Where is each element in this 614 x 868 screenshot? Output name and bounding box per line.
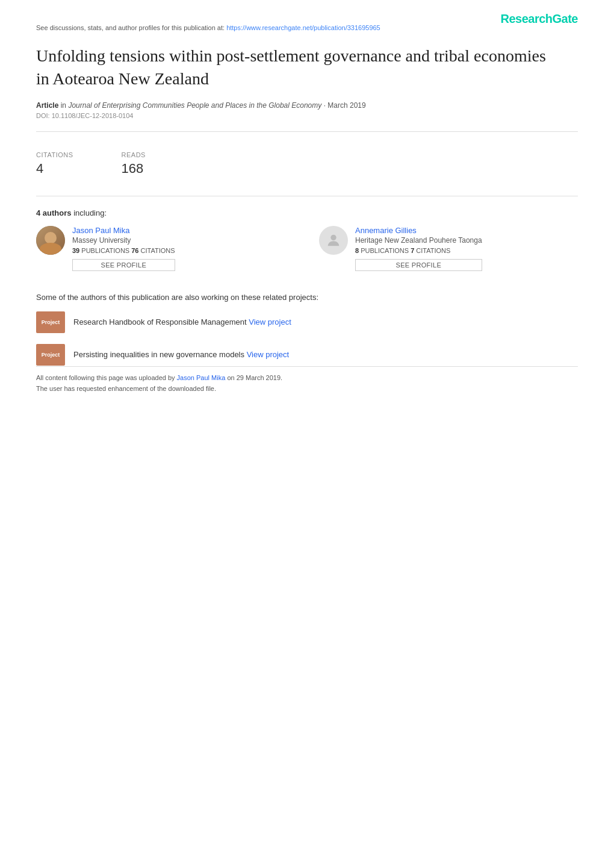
authors-divider (36, 196, 578, 196)
project-thumb-2: Project (36, 344, 65, 366)
citations-block: CITATIONS 4 (36, 151, 73, 176)
author-card-1: Jason Paul Mika Massey University 39 PUB… (36, 226, 295, 271)
doi: DOI: 10.1108/JEC-12-2018-0104 (36, 112, 578, 119)
see-profile-button-1[interactable]: SEE PROFILE (72, 259, 175, 271)
footer-uploader-link[interactable]: Jason Paul Mika (177, 374, 226, 381)
reads-block: READS 168 (122, 151, 146, 176)
person-icon (325, 232, 342, 249)
project-thumb-1: Project (36, 311, 65, 333)
see-profile-button-2[interactable]: SEE PROFILE (355, 259, 482, 271)
related-projects-heading: Some of the authors of this publication … (36, 293, 578, 302)
author-info-2: Annemarie Gillies Heritage New Zealand P… (355, 226, 482, 271)
top-note: See discussions, stats, and author profi… (36, 24, 578, 31)
svg-point-0 (330, 234, 336, 240)
citations-label: CITATIONS (36, 151, 73, 158)
reads-label: READS (122, 151, 146, 158)
project-view-link-2[interactable]: View project (247, 350, 290, 359)
author-affiliation-1: Massey University (72, 236, 175, 245)
author-stats-1: 39 PUBLICATIONS 76 CITATIONS (72, 247, 175, 254)
author-avatar-2 (319, 226, 348, 255)
project-view-link-1[interactable]: View project (249, 317, 291, 326)
project-item-1: Project Research Handbook of Responsible… (36, 311, 578, 333)
author-name-1[interactable]: Jason Paul Mika (72, 226, 175, 235)
footer-uploaded-text: All content following this page was uplo… (36, 373, 578, 384)
publication-url[interactable]: https://www.researchgate.net/publication… (226, 24, 380, 31)
author-name-2[interactable]: Annemarie Gillies (355, 226, 482, 235)
authors-grid: Jason Paul Mika Massey University 39 PUB… (36, 226, 578, 271)
author-info-1: Jason Paul Mika Massey University 39 PUB… (72, 226, 175, 271)
author-photo-1 (36, 226, 65, 255)
footer-enhancement-text: The user has requested enhancement of th… (36, 384, 578, 395)
citations-value: 4 (36, 161, 73, 176)
authors-heading: 4 authors including: (36, 208, 578, 217)
author-avatar-1 (36, 226, 65, 255)
stats-divider (36, 131, 578, 132)
authors-section: 4 authors including: Jason Paul Mika Mas… (36, 208, 578, 271)
journal-name: Journal of Enterprising Communities Peop… (68, 101, 321, 110)
author-stats-2: 8 PUBLICATIONS 7 CITATIONS (355, 247, 482, 254)
related-projects-section: Some of the authors of this publication … (36, 293, 578, 366)
paper-title: Unfolding tensions within post-settlemen… (36, 45, 554, 90)
researchgate-logo: ResearchGate (500, 12, 578, 26)
project-text-1: Research Handbook of Responsible Managem… (73, 317, 291, 326)
footer-note: All content following this page was uplo… (36, 366, 578, 394)
project-text-2: Persisting inequalities in new governanc… (73, 350, 289, 359)
project-item-2: Project Persisting inequalities in new g… (36, 344, 578, 366)
stats-row: CITATIONS 4 READS 168 (36, 143, 578, 185)
footer-divider (36, 366, 578, 367)
author-affiliation-2: Heritage New Zealand Pouhere Taonga (355, 236, 482, 245)
reads-value: 168 (122, 161, 146, 176)
author-card-2: Annemarie Gillies Heritage New Zealand P… (319, 226, 578, 271)
article-meta: Article in Journal of Enterprising Commu… (36, 101, 578, 110)
